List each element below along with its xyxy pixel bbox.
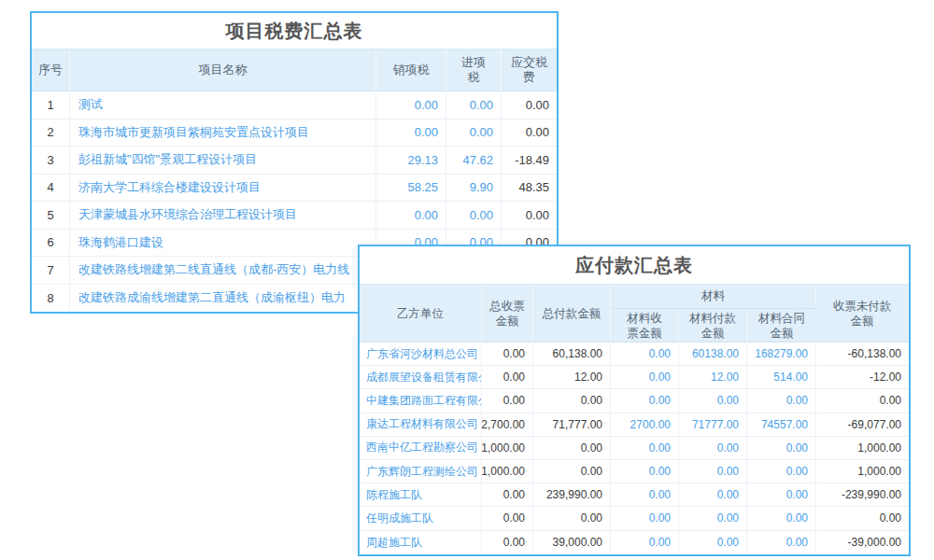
col-header-input-tax: 进项 税 [446,49,502,91]
project-name-link[interactable]: 改建铁路成渝线增建第二直通线（成渝枢纽）电力 [70,285,376,313]
cell-material-invoice[interactable]: 0.00 [611,389,679,412]
table-row: 5 天津蒙城县水环境综合治理工程设计项目 0.00 0.00 0.00 [32,202,557,230]
col-header-material-invoice: 材料收 票金额 [611,309,679,343]
unit-link[interactable]: 广东辉朗工程测绘公司 [360,460,482,483]
table-row: 4 济南大学工科综合楼建设设计项目 58.25 9.90 48.35 [32,175,557,203]
col-header-total-invoice: 总收票 金额 [482,285,533,343]
unit-link[interactable]: 陈程施工队 [360,483,482,506]
unit-link[interactable]: 中建集团路面工程有限公司 [360,389,482,412]
cell-material-payment[interactable]: 12.00 [679,366,747,388]
cell-material-invoice[interactable]: 0.00 [611,437,679,459]
cell-output-tax[interactable]: 58.25 [376,175,446,202]
table-row: 成都展望设备租赁有限公司 0.00 12.00 0.00 12.00 514.0… [360,366,909,389]
cell-input-tax[interactable]: 0.00 [446,202,502,229]
table-row: 2 珠海市城市更新项目紫桐苑安置点设计项目 0.00 0.00 0.00 [32,119,557,147]
col-header-material-contract: 材料合同 金额 [747,309,816,343]
table-row: 任明成施工队 0.00 0.00 0.00 0.00 0.00 0.00 [360,507,909,530]
cell-total-invoice: 0.00 [482,366,533,388]
cell-total-payment: 60,138.00 [533,343,611,365]
cell-index: 2 [32,119,70,147]
payables-body: 广东省河沙材料总公司 0.00 60,138.00 0.00 60138.00 … [360,343,909,554]
project-name-link[interactable]: 彭祖新城"四馆"景观工程设计项目 [70,147,376,174]
cell-tax-payable: 48.35 [502,175,557,202]
cell-input-tax[interactable]: 9.90 [446,175,502,202]
cell-material-contract[interactable]: 0.00 [747,437,816,459]
col-header-output-tax: 销项税 [376,49,446,91]
cell-material-contract[interactable]: 0.00 [747,531,816,554]
cell-material-payment[interactable]: 0.00 [679,531,747,554]
cell-material-payment[interactable]: 60138.00 [679,343,747,365]
cell-index: 6 [32,230,70,257]
cell-material-invoice[interactable]: 0.00 [611,343,679,365]
cell-material-invoice[interactable]: 2700.00 [611,413,679,436]
cell-input-tax[interactable]: 47.62 [446,147,502,174]
table-row: 1 测试 0.00 0.00 0.00 [32,91,557,119]
cell-input-tax[interactable]: 0.00 [446,119,502,147]
cell-total-payment: 71,777.00 [533,413,611,436]
project-name-link[interactable]: 济南大学工科综合楼建设设计项目 [70,175,376,202]
cell-material-payment[interactable]: 0.00 [679,460,747,483]
cell-material-invoice[interactable]: 0.00 [611,483,679,506]
col-header-tax-payable: 应交税 费 [502,49,557,91]
cell-total-payment: 0.00 [533,460,611,483]
cell-material-invoice[interactable]: 0.00 [611,460,679,483]
cell-material-payment[interactable]: 0.00 [679,437,747,459]
unit-link[interactable]: 周超施工队 [360,531,482,554]
cell-invoice-unpaid: -39,000.00 [816,531,909,554]
project-name-link[interactable]: 测试 [70,91,376,119]
cell-output-tax[interactable]: 0.00 [376,202,446,229]
cell-total-payment: 12.00 [533,366,611,388]
cell-material-invoice[interactable]: 0.00 [611,507,679,529]
col-header-material-payment: 材料付款 金额 [679,309,747,343]
cell-index: 7 [32,257,70,284]
col-header-project-name: 项目名称 [70,49,376,91]
unit-link[interactable]: 西南中亿工程勘察公司 [360,437,482,459]
cell-material-contract[interactable]: 514.00 [747,366,816,388]
cell-invoice-unpaid: 0.00 [816,507,909,529]
cell-material-payment[interactable]: 0.00 [679,483,747,506]
cell-output-tax[interactable]: 29.13 [376,147,446,174]
cell-material-payment[interactable]: 71777.00 [679,413,747,436]
cell-total-payment: 239,990.00 [533,483,611,506]
table-row: 西南中亿工程勘察公司 1,000.00 0.00 0.00 0.00 0.00 … [360,437,909,460]
cell-material-contract[interactable]: 0.00 [747,483,816,506]
project-name-link[interactable]: 改建铁路线增建第二线直通线（成都-西安）电力线 [70,257,376,284]
col-header-total-payment: 总付款金额 [533,285,611,343]
cell-invoice-unpaid: -60,138.00 [816,343,909,365]
table-row: 中建集团路面工程有限公司 0.00 0.00 0.00 0.00 0.00 0.… [360,389,909,413]
unit-link[interactable]: 康达工程材料有限公司 [360,413,482,436]
cell-material-contract[interactable]: 168279.00 [747,343,816,365]
cell-total-payment: 0.00 [533,389,611,412]
unit-link[interactable]: 广东省河沙材料总公司 [360,343,482,365]
cell-material-contract[interactable]: 74557.00 [747,413,816,436]
cell-material-contract[interactable]: 0.00 [747,507,816,529]
cell-index: 3 [32,147,70,174]
cell-total-invoice: 0.00 [482,389,533,412]
cell-material-contract[interactable]: 0.00 [747,389,816,412]
cell-invoice-unpaid: 1,000.00 [816,437,909,459]
cell-material-contract[interactable]: 0.00 [747,460,816,483]
cell-material-payment[interactable]: 0.00 [679,389,747,412]
project-name-link[interactable]: 天津蒙城县水环境综合治理工程设计项目 [70,202,376,229]
cell-total-invoice: 0.00 [482,507,533,529]
col-header-unit: 乙方单位 [360,285,482,343]
cell-output-tax[interactable]: 0.00 [376,119,446,147]
unit-link[interactable]: 成都展望设备租赁有限公司 [360,366,482,388]
cell-material-payment[interactable]: 0.00 [679,507,747,529]
cell-input-tax[interactable]: 0.00 [446,91,502,119]
col-header-material-group: 材料 [611,285,816,309]
project-name-link[interactable]: 珠海鹤港口建设 [70,230,376,257]
table-row: 广东省河沙材料总公司 0.00 60,138.00 0.00 60138.00 … [360,343,909,366]
cell-material-invoice[interactable]: 0.00 [611,531,679,554]
cell-tax-payable: -18.49 [502,147,557,174]
cell-total-invoice: 0.00 [482,531,533,554]
cell-invoice-unpaid: -12.00 [816,366,909,388]
cell-material-invoice[interactable]: 0.00 [611,366,679,388]
cell-index: 4 [32,175,70,202]
table-row: 3 彭祖新城"四馆"景观工程设计项目 29.13 47.62 -18.49 [32,147,557,175]
cell-output-tax[interactable]: 0.00 [376,91,446,119]
project-name-link[interactable]: 珠海市城市更新项目紫桐苑安置点设计项目 [70,119,376,147]
unit-link[interactable]: 任明成施工队 [360,507,482,529]
payables-summary-panel: 应付款汇总表 乙方单位 总收票 金额 总付款金额 材料 收票未付款 金额 材料收… [358,245,911,556]
cell-total-invoice: 1,000.00 [482,460,533,483]
